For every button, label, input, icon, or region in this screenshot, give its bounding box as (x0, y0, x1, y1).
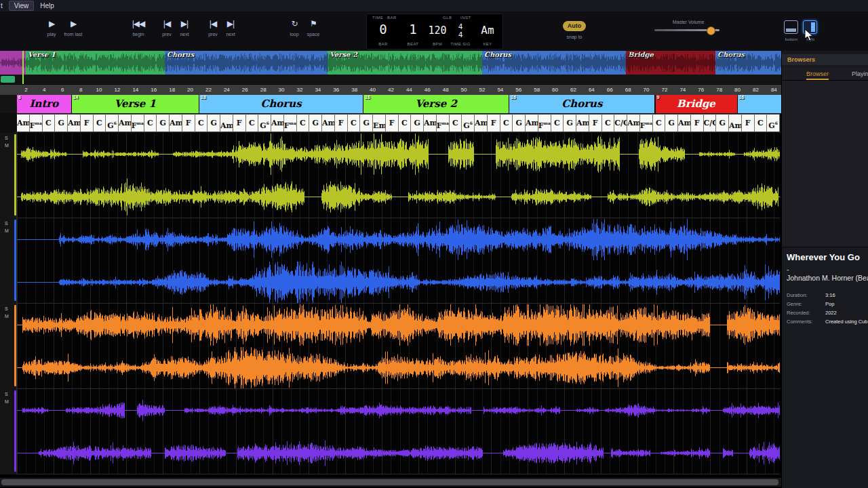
chord-cell[interactable]: G6 (258, 114, 271, 132)
chord-cell[interactable]: F (589, 114, 602, 132)
menu-item-view[interactable]: View (9, 1, 35, 11)
section-chorus[interactable]: 16Chorus (738, 95, 781, 113)
chord-cell[interactable]: Am (424, 114, 437, 132)
chord-cell[interactable]: Am (68, 114, 81, 132)
chord-cell[interactable]: G (157, 114, 170, 132)
track-4-waveform-left[interactable] (17, 389, 780, 432)
chord-cell[interactable]: C (399, 114, 412, 132)
track-1-waveform-left[interactable] (17, 133, 780, 176)
chord-cell[interactable]: Am (17, 114, 30, 132)
chord-cell[interactable]: Em7 (373, 114, 386, 132)
chord-cell[interactable]: C (755, 114, 768, 132)
track-4-solo-button[interactable]: S (5, 392, 8, 396)
chord-cell[interactable]: G (309, 114, 322, 132)
menu-item-partial[interactable]: t (0, 1, 7, 10)
track-2-lane[interactable] (17, 218, 780, 304)
track-4-mute-button[interactable]: M (5, 399, 9, 404)
next-section-button[interactable]: ▶|next (218, 19, 243, 37)
chord-cell[interactable]: C/G (614, 114, 627, 132)
display-mode-time[interactable]: TIME (372, 16, 383, 20)
chord-cell[interactable]: G6 (106, 114, 119, 132)
track-1-header[interactable]: SM (0, 133, 17, 218)
track-2-waveform-right[interactable] (17, 261, 780, 304)
chord-cell[interactable]: G (55, 114, 68, 132)
chord-cell[interactable]: G6 (767, 114, 780, 132)
chord-cell[interactable]: C (94, 114, 106, 132)
overview-section-chorus[interactable]: Chorus (482, 51, 626, 75)
toggle-bottom-panel-button[interactable] (784, 20, 798, 34)
chord-cell[interactable]: C (195, 114, 208, 132)
master-volume-knob[interactable] (707, 26, 715, 35)
track-2-header[interactable]: SM (0, 218, 17, 304)
chord-cell[interactable]: G6 (462, 114, 475, 132)
chord-cell[interactable]: F (386, 114, 399, 132)
overview-section-chorus[interactable]: Chorus (715, 51, 781, 75)
chord-cell[interactable]: C (500, 114, 513, 132)
track-1-lane[interactable] (17, 133, 780, 218)
horizontal-scrollbar[interactable] (0, 477, 781, 487)
section-intro[interactable]: 6Intro (17, 95, 72, 113)
chord-cell[interactable]: Fmaj7 (132, 114, 144, 132)
chord-cell[interactable]: G (411, 114, 424, 132)
overview-section-chorus[interactable]: Chorus (165, 51, 328, 75)
chord-cell[interactable]: F (81, 114, 94, 132)
chord-cell[interactable]: C (450, 114, 462, 132)
master-volume-slider[interactable] (654, 25, 719, 35)
tab-browser[interactable]: Browser (806, 70, 829, 80)
chord-cell[interactable]: Am7 (729, 114, 742, 132)
track-3-mute-button[interactable]: M (5, 314, 9, 319)
track-3-waveform-left[interactable] (17, 304, 780, 346)
chord-cell[interactable]: F (488, 114, 500, 132)
track-3-header[interactable]: SM (0, 304, 17, 389)
track-2-mute-button[interactable]: M (5, 228, 9, 233)
track-1-waveform-right[interactable] (17, 176, 780, 218)
chord-cell[interactable]: Am (322, 114, 335, 132)
tab-playing[interactable]: Playing (852, 70, 868, 77)
chord-cell[interactable]: C (297, 114, 310, 132)
chord-cell[interactable]: G (360, 114, 373, 132)
chord-cell[interactable]: Fmaj7 (30, 114, 43, 132)
chord-cell[interactable]: F (182, 114, 195, 132)
track-4-header[interactable]: SM (0, 389, 17, 474)
go-begin-button[interactable]: |◀◀begin (126, 19, 151, 37)
chord-cell[interactable]: Am (678, 114, 691, 132)
chord-cell[interactable]: F (691, 114, 704, 132)
chord-cell[interactable]: C (144, 114, 157, 132)
chord-cell[interactable]: Fmaj7 (437, 114, 450, 132)
chord-cell[interactable]: F (742, 114, 755, 132)
track-4-waveform-right[interactable] (17, 432, 780, 474)
chord-cell[interactable]: Am (475, 114, 488, 132)
chord-cell[interactable]: C/G (704, 114, 717, 132)
section-bridge[interactable]: 9Bridge (656, 95, 738, 113)
chord-cell[interactable]: Am (119, 114, 132, 132)
chord-cell[interactable]: Fmaj7 (640, 114, 653, 132)
track-4-lane[interactable] (17, 389, 780, 474)
chord-cell[interactable]: Am (271, 114, 284, 132)
overview-section-bridge[interactable]: Bridge (626, 51, 715, 75)
browser-list-area[interactable] (782, 81, 868, 247)
track-3-waveform-right[interactable] (17, 346, 780, 389)
track-1-mute-button[interactable]: M (5, 143, 9, 148)
chord-cell[interactable]: C (551, 114, 564, 132)
chord-cell[interactable]: C (43, 114, 56, 132)
chord-cell[interactable]: G (513, 114, 526, 132)
section-chorus[interactable]: 18Chorus (199, 95, 363, 113)
track-1-solo-button[interactable]: S (5, 136, 8, 140)
track-3-lane[interactable] (17, 304, 780, 389)
menu-item-help[interactable]: Help (35, 1, 59, 10)
track-2-solo-button[interactable]: S (5, 221, 8, 226)
section-verse-2[interactable]: 16Verse 2 (363, 95, 509, 113)
bar-ruler[interactable]: 2468101214161820222426283032343638404244… (0, 84, 781, 96)
chord-cell[interactable]: Am (627, 114, 640, 132)
play-button[interactable]: ▶play (39, 19, 64, 37)
chord-cell[interactable]: C (653, 114, 666, 132)
chord-cell[interactable]: G (208, 114, 220, 132)
loop-region-marker[interactable] (1, 76, 15, 83)
display-mode-glb[interactable]: GLB (443, 16, 452, 20)
play-from-last-button[interactable]: ▶from last (61, 19, 85, 37)
track-3-solo-button[interactable]: S (5, 306, 8, 311)
chord-cell[interactable]: Am (170, 114, 182, 132)
chord-cell[interactable]: G (665, 114, 678, 132)
chord-cell[interactable]: C (348, 114, 361, 132)
display-mode-bar[interactable]: BAR (387, 16, 397, 20)
